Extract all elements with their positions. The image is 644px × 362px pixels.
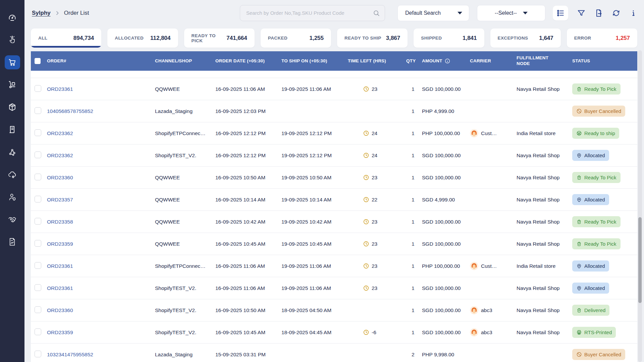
pin-icon: [576, 285, 582, 291]
select-all-checkbox[interactable]: [35, 58, 41, 64]
qty-cell: 2: [406, 352, 422, 358]
order-number-link[interactable]: 1032341475955852: [47, 352, 93, 357]
saved-search-select[interactable]: Default Search: [397, 5, 469, 21]
ship-on-cell: 18-09-2025 04:50 AM: [281, 307, 348, 313]
scrollbar-track[interactable]: [638, 50, 642, 362]
row-checkbox[interactable]: [35, 306, 41, 313]
channel-cell: ShopifyTEST_V2.: [155, 307, 215, 313]
hand-truck-icon: [5, 78, 20, 92]
order-number-link[interactable]: ORD23360: [47, 307, 73, 313]
qty-cell: 1: [406, 263, 422, 269]
sidebar-item-hand-pointer[interactable]: [0, 28, 24, 51]
tab-label: READY TO PICK: [192, 33, 227, 43]
handshake-icon: [5, 213, 20, 227]
ship-on-cell: 19-09-2025 10:50 AM: [281, 175, 348, 181]
sidebar-item-partners[interactable]: [0, 208, 24, 231]
row-checkbox[interactable]: [35, 196, 41, 202]
time-left-cell: 23: [348, 219, 406, 225]
row-checkbox[interactable]: [35, 351, 41, 357]
status-badge[interactable]: Buyer Cancelled: [572, 349, 625, 360]
row-checkbox[interactable]: [35, 174, 41, 180]
status-badge[interactable]: Allocated: [572, 283, 609, 294]
order-number-link[interactable]: 1040568578755852: [47, 108, 93, 114]
tab-count: 1,257: [615, 35, 630, 42]
order-date-cell: 15-09-2025 03:31 PM: [215, 352, 281, 358]
export-icon[interactable]: [594, 9, 603, 17]
tab-ready-to-pick[interactable]: READY TO PICK 741,664: [184, 28, 255, 48]
sidebar-item-integrations[interactable]: [0, 141, 24, 163]
bulk-action-select[interactable]: --Select--: [477, 5, 545, 21]
sidebar-item-dashboard[interactable]: [0, 6, 24, 28]
order-number-link[interactable]: ORD23362: [47, 130, 73, 136]
doc-chart-icon: [5, 235, 20, 249]
main-content: Sylphy Order List Default Search --Selec…: [24, 0, 644, 362]
row-checkbox[interactable]: [35, 218, 41, 225]
table-row: ORD23358 QQWWEE 16-09-2025 10:42 AM 19-0…: [31, 211, 637, 233]
table-row: ORD23361 ShopifyTEST_V2. 16-09-2025 11:0…: [31, 277, 637, 299]
order-number-link[interactable]: ORD23361: [47, 285, 73, 291]
row-checkbox[interactable]: [35, 107, 41, 114]
status-badge[interactable]: Allocated: [572, 194, 609, 205]
breadcrumb-root-link[interactable]: Sylphy: [32, 10, 51, 16]
sidebar-item-packages[interactable]: [0, 96, 24, 118]
row-checkbox[interactable]: [35, 284, 41, 291]
table-row: ORD23360 QQWWEE 16-09-2025 10:50 AM 19-0…: [31, 167, 637, 189]
clock-icon: [363, 86, 369, 92]
status-badge[interactable]: RTS-Printed: [572, 327, 616, 338]
order-number-link[interactable]: ORD23361: [47, 86, 73, 92]
qty-cell: 1: [406, 285, 422, 291]
sidebar-item-user-security[interactable]: [0, 186, 24, 208]
search-icon[interactable]: [373, 9, 380, 17]
time-left-cell: 23: [348, 86, 406, 92]
sidebar-item-hand-truck[interactable]: [0, 73, 24, 96]
order-number-link[interactable]: ORD23358: [47, 219, 73, 225]
order-number-link[interactable]: ORD23359: [47, 329, 73, 335]
order-date-cell: 16-09-2025 12:12 PM: [215, 130, 281, 136]
tab-all[interactable]: ALL 894,734: [31, 28, 101, 48]
status-badge[interactable]: Ready to ship: [572, 128, 619, 139]
filter-icon[interactable]: [577, 9, 586, 17]
tab-shipped[interactable]: SHIPPED 1,841: [414, 28, 484, 48]
status-badge[interactable]: Delivered: [572, 305, 609, 316]
row-checkbox[interactable]: [35, 262, 41, 269]
ship-on-cell: 18-09-2025 04:45 AM: [281, 329, 348, 336]
tab-exceptions[interactable]: EXCEPTIONS 1,647: [490, 28, 561, 48]
search-input[interactable]: [246, 10, 373, 16]
ship-on-cell: 19-09-2025 11:06 AM: [281, 263, 348, 269]
refresh-icon[interactable]: [612, 9, 621, 17]
scrollbar-thumb[interactable]: [638, 217, 642, 303]
amount-info-icon[interactable]: [444, 58, 450, 64]
order-number-link[interactable]: ORD23357: [47, 197, 73, 202]
order-number-link[interactable]: ORD23359: [47, 241, 73, 247]
status-badge[interactable]: Allocated: [572, 260, 609, 272]
status-badge[interactable]: Buyer Cancelled: [572, 106, 625, 117]
row-checkbox[interactable]: [35, 152, 41, 158]
channel-cell: QQWWEE: [155, 86, 215, 92]
status-badge[interactable]: Ready To Pick: [572, 216, 621, 227]
tab-allocated[interactable]: ALLOCATED 112,804: [107, 28, 178, 48]
order-number-link[interactable]: ORD23361: [47, 263, 73, 269]
ship-on-cell: 19-09-2025 10:42 AM: [281, 219, 348, 225]
status-badge[interactable]: Allocated: [572, 150, 609, 161]
time-left-cell: 22: [348, 196, 406, 203]
dashboard-icon: [5, 10, 20, 24]
sidebar-item-invoices[interactable]: [0, 118, 24, 141]
status-badge[interactable]: Ready To Pick: [572, 172, 621, 183]
status-badge[interactable]: Ready To Pick: [572, 83, 621, 95]
sidebar-item-cloud-settings[interactable]: [0, 163, 24, 186]
list-view-icon[interactable]: [553, 6, 568, 20]
sidebar-item-orders[interactable]: [0, 51, 24, 73]
time-left-cell: 24: [348, 130, 406, 136]
row-checkbox[interactable]: [35, 129, 41, 136]
status-badge[interactable]: Ready To Pick: [572, 238, 621, 249]
tab-packed[interactable]: PACKED 1,255: [261, 28, 331, 48]
order-number-link[interactable]: ORD23362: [47, 153, 73, 158]
order-number-link[interactable]: ORD23360: [47, 175, 73, 180]
sidebar-item-reports[interactable]: [0, 231, 24, 253]
row-checkbox[interactable]: [35, 328, 41, 335]
tab-ready-to-ship[interactable]: READY TO SHIP 3,867: [337, 28, 408, 48]
row-checkbox[interactable]: [35, 85, 41, 92]
row-checkbox[interactable]: [35, 240, 41, 247]
info-icon[interactable]: [629, 9, 637, 17]
tab-error[interactable]: ERROR 1,257: [567, 28, 637, 48]
